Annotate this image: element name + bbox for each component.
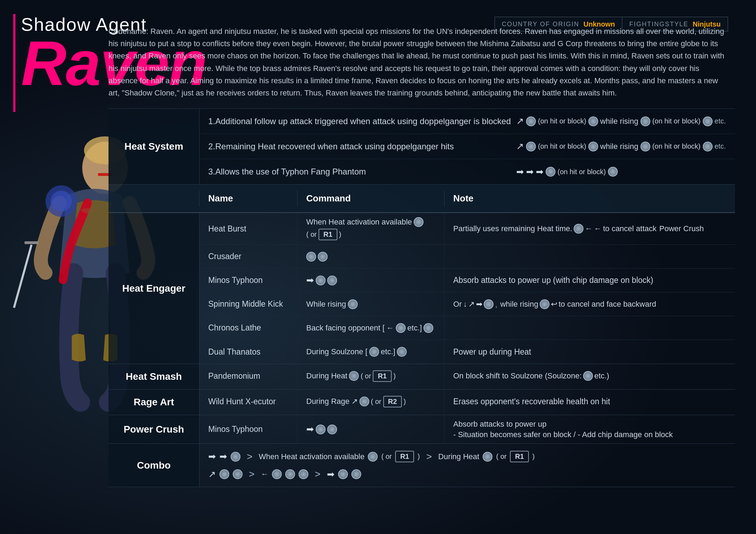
- dir-right-1: ➡: [516, 166, 524, 177]
- heat-system-label: Heat System: [124, 141, 183, 152]
- fist-c8: [299, 469, 308, 479]
- chronos-lathe-command: Back facing opponent [ ← etc.]: [298, 316, 444, 340]
- spinning-kick-note: Or ↓ ↗ ➡ , while rising ↩ to cancel and …: [444, 292, 735, 316]
- etc-text-2: etc.: [715, 142, 726, 150]
- heat-smash-label-cell: Heat Smash: [108, 364, 200, 389]
- heat-system-row-1: 1.Additional follow up attack triggered …: [200, 109, 735, 134]
- paren-text-5: (on hit or block): [558, 168, 606, 176]
- rage-art-section: Rage Art Wild Hunt X-ecutor During Rage …: [108, 390, 735, 415]
- pc-minos-name: Minos Typhoon: [200, 415, 298, 443]
- th-note: Note: [444, 190, 735, 207]
- fist-icon-8: [703, 142, 713, 151]
- crusader-command: [298, 245, 444, 268]
- combo-line-1: ➡ ➡ > When Heat activation available ( o…: [208, 451, 726, 462]
- svg-rect-4: [24, 241, 38, 244]
- wild-hunt-command: During Rage ↗ ( or R2 ): [298, 390, 444, 413]
- power-crush-content: Minos Typhoon ➡ Absorb attacks to power …: [200, 415, 735, 443]
- heat-system-section: Heat System 1.Additional follow up attac…: [108, 108, 735, 185]
- dir-right-3: ➡: [536, 166, 544, 177]
- dir-down-sk: ↓: [463, 300, 467, 309]
- heat-engager-content: Heat Burst When Heat activation availabl…: [200, 213, 735, 364]
- fist-icon-10: [608, 167, 618, 177]
- crusader-name: Crusader: [200, 245, 298, 268]
- fist-c6: [272, 469, 282, 479]
- while-rising-text-2: while rising: [600, 142, 638, 151]
- fist-c2: [368, 452, 378, 462]
- content-area: Heat System 1.Additional follow up attac…: [108, 108, 735, 520]
- rage-art-content: Wild Hunt X-ecutor During Rage ↗ ( or R2…: [200, 390, 735, 415]
- dir-right-2: ➡: [526, 166, 534, 177]
- heat-burst-note: Partially uses remaining Heat time. ← ← …: [444, 213, 735, 244]
- heat-engager-label: Heat Engager: [122, 283, 186, 294]
- fist-c7: [285, 469, 295, 479]
- accent-bar: [13, 14, 15, 112]
- fist-sk1: [348, 299, 358, 309]
- dual-thanatos-command: During Soulzone [ etc.]: [298, 340, 444, 364]
- paren-text-4: (on hit or block): [652, 142, 701, 150]
- dir-upright-wh: ↗: [351, 397, 358, 406]
- fist-mt2: [327, 276, 337, 285]
- svg-line-3: [14, 245, 31, 308]
- fist-pan2: [583, 371, 593, 381]
- combo-content: ➡ ➡ > When Heat activation available ( o…: [200, 444, 735, 487]
- paren-text-3: (on hit or block): [538, 142, 586, 150]
- heat-system-content: 1.Additional follow up attack triggered …: [200, 109, 735, 184]
- bio-text: Codename: Raven. An agent and ninjutsu m…: [108, 27, 724, 97]
- dir-arrow-icon-2: ↗: [516, 141, 524, 152]
- dual-thanatos-note: Power up during Heat: [444, 340, 735, 364]
- heat-engager-label-cell: Heat Engager: [108, 213, 200, 364]
- fist-sk3: [540, 299, 550, 309]
- combo-section: Combo ➡ ➡ > When Heat activation availab…: [108, 444, 735, 487]
- fist-c5: [233, 469, 243, 479]
- th-empty: [108, 190, 200, 207]
- fist-wh1: [359, 397, 369, 406]
- heat-cmd-2: ↗ (on hit or block) while rising (on hit…: [516, 141, 726, 152]
- power-crush-label: Power Crush: [124, 424, 184, 435]
- pandemonium-note: On block shift to Soulzone (Soulzone: et…: [444, 364, 735, 388]
- spinning-kick-command: While rising: [298, 292, 444, 316]
- heat-cmd-1: ↗ (on hit or block) while rising (on hit…: [516, 116, 726, 127]
- pc-minos-command: ➡: [298, 415, 444, 443]
- fist-pc1: [316, 425, 326, 434]
- minos-typhoon-note: Absorb attacks to power up (with chip da…: [444, 269, 735, 292]
- heat-burst-command: When Heat activation available ( or R1 ): [298, 213, 444, 244]
- fist-n1: [574, 224, 583, 234]
- th-name: Name: [200, 190, 298, 207]
- wild-hunt-row: Wild Hunt X-ecutor During Rage ↗ ( or R2…: [200, 390, 735, 413]
- dir-rt-c2: ➡: [219, 451, 227, 462]
- fist-sk2: [484, 299, 493, 309]
- wild-hunt-name: Wild Hunt X-ecutor: [200, 390, 298, 413]
- dir-right-mt: ➡: [306, 275, 314, 286]
- spinning-kick-name: Spinning Middle Kick: [200, 292, 298, 316]
- svg-point-6: [51, 191, 72, 212]
- fist-icon-3: [640, 116, 650, 126]
- heat-smash-label: Heat Smash: [126, 371, 182, 382]
- fist-cmd-1: [414, 217, 424, 227]
- heat-desc-2: 2.Remaining Heat recovered when attack u…: [208, 142, 516, 151]
- fist-icon: [526, 116, 536, 126]
- chronos-lathe-name: Chronos Lathe: [200, 316, 298, 340]
- dir-ur-c2: ↗: [208, 469, 216, 480]
- heat-burst-name: Heat Burst: [200, 213, 298, 244]
- combo-lines: ➡ ➡ > When Heat activation available ( o…: [200, 444, 735, 487]
- fist-dt2: [397, 347, 407, 357]
- fist-icon-9: [546, 167, 555, 177]
- fist-icon-7: [640, 142, 650, 151]
- minos-typhoon-name: Minos Typhoon: [200, 269, 298, 292]
- r1-combo-2: R1: [510, 451, 529, 462]
- heat-system-row-3: 3.Allows the use of Typhon Fang Phantom …: [200, 159, 735, 184]
- dual-thanatos-row: Dual Thanatos During Soulzone [ etc.] Po…: [200, 340, 735, 364]
- dir-left-c2: ←: [261, 470, 268, 479]
- th-command: Command: [298, 190, 444, 207]
- while-rising-text: while rising: [600, 117, 638, 126]
- power-crush-label-cell: Power Crush: [108, 415, 200, 443]
- paren-text: (on hit or block): [538, 117, 586, 125]
- fist-mt1: [316, 276, 326, 285]
- r1-button: R1: [318, 229, 337, 240]
- chronos-lathe-note: [444, 316, 735, 340]
- fist-c10: [351, 469, 361, 479]
- heat-system-row-2: 2.Remaining Heat recovered when attack u…: [200, 134, 735, 159]
- wild-hunt-note: Erases opponent's recoverable health on …: [444, 390, 735, 413]
- pc-minos-row: Minos Typhoon ➡ Absorb attacks to power …: [200, 415, 735, 443]
- fist-dt1: [369, 347, 379, 357]
